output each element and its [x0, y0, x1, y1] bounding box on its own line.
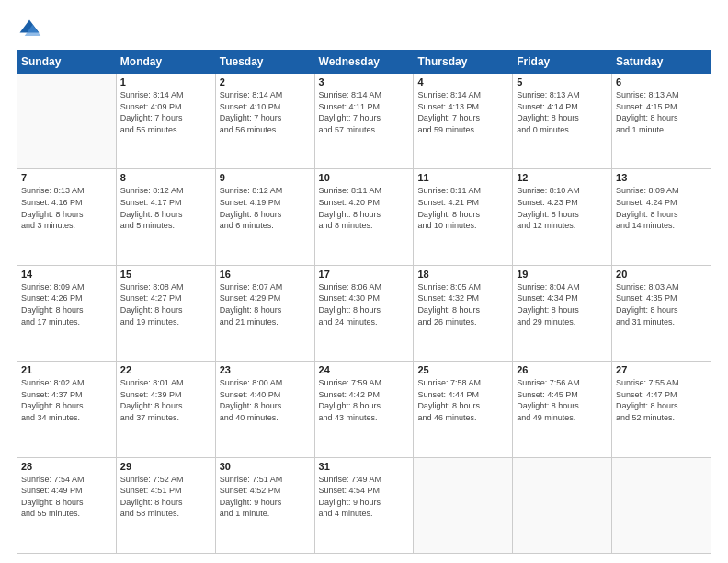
day-number: 6: [616, 76, 707, 87]
day-number: 30: [220, 461, 311, 472]
calendar-cell: 20Sunrise: 8:03 AMSunset: 4:35 PMDayligh…: [612, 265, 711, 361]
day-info: Sunrise: 7:58 AMSunset: 4:44 PMDaylight:…: [417, 377, 508, 423]
day-info: Sunrise: 7:59 AMSunset: 4:42 PMDaylight:…: [319, 377, 410, 423]
day-number: 16: [220, 269, 311, 280]
calendar-cell: 3Sunrise: 8:14 AMSunset: 4:11 PMDaylight…: [314, 74, 414, 169]
day-info: Sunrise: 7:56 AMSunset: 4:45 PMDaylight:…: [517, 377, 608, 423]
day-number: 25: [417, 364, 508, 375]
day-info: Sunrise: 8:07 AMSunset: 4:29 PMDaylight:…: [220, 282, 311, 327]
day-number: 17: [319, 269, 410, 280]
day-info: Sunrise: 8:14 AMSunset: 4:10 PMDaylight:…: [220, 89, 311, 135]
logo-icon: [17, 17, 42, 42]
day-info: Sunrise: 8:09 AMSunset: 4:24 PMDaylight:…: [616, 185, 707, 231]
day-number: 24: [319, 364, 410, 375]
calendar-cell: 17Sunrise: 8:06 AMSunset: 4:30 PMDayligh…: [314, 265, 414, 361]
calendar-cell: 7Sunrise: 8:13 AMSunset: 4:16 PMDaylight…: [17, 169, 117, 265]
day-number: 28: [21, 461, 112, 472]
col-tuesday: Tuesday: [215, 51, 314, 74]
day-info: Sunrise: 7:51 AMSunset: 4:52 PMDaylight:…: [220, 474, 311, 520]
day-info: Sunrise: 8:14 AMSunset: 4:13 PMDaylight:…: [417, 89, 508, 135]
calendar-cell: 29Sunrise: 7:52 AMSunset: 4:51 PMDayligh…: [116, 457, 215, 553]
day-number: 8: [120, 172, 211, 183]
calendar-cell: [17, 74, 117, 169]
calendar-cell: 19Sunrise: 8:04 AMSunset: 4:34 PMDayligh…: [513, 265, 612, 361]
calendar-cell: 26Sunrise: 7:56 AMSunset: 4:45 PMDayligh…: [513, 362, 612, 457]
calendar-cell: 13Sunrise: 8:09 AMSunset: 4:24 PMDayligh…: [612, 169, 711, 265]
day-number: 2: [220, 76, 311, 87]
day-number: 15: [120, 269, 211, 280]
day-number: 10: [319, 172, 410, 183]
day-info: Sunrise: 8:14 AMSunset: 4:11 PMDaylight:…: [319, 89, 410, 135]
calendar-cell: 15Sunrise: 8:08 AMSunset: 4:27 PMDayligh…: [116, 265, 215, 361]
calendar-cell: 5Sunrise: 8:13 AMSunset: 4:14 PMDaylight…: [513, 74, 612, 169]
calendar-cell: 25Sunrise: 7:58 AMSunset: 4:44 PMDayligh…: [414, 362, 513, 457]
day-number: 4: [417, 76, 508, 87]
calendar-cell: 28Sunrise: 7:54 AMSunset: 4:49 PMDayligh…: [17, 457, 117, 553]
day-number: 19: [517, 269, 608, 280]
day-info: Sunrise: 8:13 AMSunset: 4:15 PMDaylight:…: [616, 89, 707, 135]
day-number: 1: [120, 76, 211, 87]
calendar-cell: 16Sunrise: 8:07 AMSunset: 4:29 PMDayligh…: [215, 265, 314, 361]
calendar-cell: 6Sunrise: 8:13 AMSunset: 4:15 PMDaylight…: [612, 74, 711, 169]
day-info: Sunrise: 8:05 AMSunset: 4:32 PMDaylight:…: [417, 282, 508, 327]
day-number: 22: [120, 364, 211, 375]
day-info: Sunrise: 8:06 AMSunset: 4:30 PMDaylight:…: [319, 282, 410, 327]
day-info: Sunrise: 8:09 AMSunset: 4:26 PMDaylight:…: [21, 282, 112, 327]
calendar-cell: 10Sunrise: 8:11 AMSunset: 4:20 PMDayligh…: [314, 169, 414, 265]
day-info: Sunrise: 8:12 AMSunset: 4:19 PMDaylight:…: [220, 185, 311, 231]
col-saturday: Saturday: [612, 51, 711, 74]
calendar-cell: 11Sunrise: 8:11 AMSunset: 4:21 PMDayligh…: [414, 169, 513, 265]
day-number: 29: [120, 461, 211, 472]
day-number: 13: [616, 172, 707, 183]
calendar-header-row: Sunday Monday Tuesday Wednesday Thursday…: [17, 51, 711, 74]
day-number: 27: [616, 364, 707, 375]
calendar-week-row: 21Sunrise: 8:02 AMSunset: 4:37 PMDayligh…: [17, 362, 711, 457]
day-info: Sunrise: 8:11 AMSunset: 4:20 PMDaylight:…: [319, 185, 410, 231]
calendar-week-row: 28Sunrise: 7:54 AMSunset: 4:49 PMDayligh…: [17, 457, 711, 553]
day-info: Sunrise: 8:01 AMSunset: 4:39 PMDaylight:…: [120, 377, 211, 423]
day-number: 18: [417, 269, 508, 280]
day-number: 31: [319, 461, 410, 472]
calendar-cell: 24Sunrise: 7:59 AMSunset: 4:42 PMDayligh…: [314, 362, 414, 457]
day-info: Sunrise: 8:14 AMSunset: 4:09 PMDaylight:…: [120, 89, 211, 135]
day-number: 12: [517, 172, 608, 183]
calendar-cell: 21Sunrise: 8:02 AMSunset: 4:37 PMDayligh…: [17, 362, 117, 457]
day-number: 5: [517, 76, 608, 87]
calendar-cell: 2Sunrise: 8:14 AMSunset: 4:10 PMDaylight…: [215, 74, 314, 169]
day-number: 20: [616, 269, 707, 280]
day-number: 9: [220, 172, 311, 183]
calendar-cell: 1Sunrise: 8:14 AMSunset: 4:09 PMDaylight…: [116, 74, 215, 169]
day-info: Sunrise: 8:00 AMSunset: 4:40 PMDaylight:…: [220, 377, 311, 423]
calendar-cell: 14Sunrise: 8:09 AMSunset: 4:26 PMDayligh…: [17, 265, 117, 361]
header: [17, 17, 711, 42]
calendar-cell: 9Sunrise: 8:12 AMSunset: 4:19 PMDaylight…: [215, 169, 314, 265]
col-wednesday: Wednesday: [314, 51, 414, 74]
col-monday: Monday: [116, 51, 215, 74]
col-sunday: Sunday: [17, 51, 117, 74]
calendar-cell: 31Sunrise: 7:49 AMSunset: 4:54 PMDayligh…: [314, 457, 414, 553]
calendar-cell: 27Sunrise: 7:55 AMSunset: 4:47 PMDayligh…: [612, 362, 711, 457]
calendar-cell: 30Sunrise: 7:51 AMSunset: 4:52 PMDayligh…: [215, 457, 314, 553]
col-thursday: Thursday: [414, 51, 513, 74]
day-info: Sunrise: 8:03 AMSunset: 4:35 PMDaylight:…: [616, 282, 707, 327]
day-number: 3: [319, 76, 410, 87]
day-info: Sunrise: 8:04 AMSunset: 4:34 PMDaylight:…: [517, 282, 608, 327]
day-number: 14: [21, 269, 112, 280]
day-info: Sunrise: 7:49 AMSunset: 4:54 PMDaylight:…: [319, 474, 410, 520]
calendar-table: Sunday Monday Tuesday Wednesday Thursday…: [17, 50, 711, 554]
day-number: 21: [21, 364, 112, 375]
day-info: Sunrise: 7:55 AMSunset: 4:47 PMDaylight:…: [616, 377, 707, 423]
day-number: 7: [21, 172, 112, 183]
day-info: Sunrise: 8:08 AMSunset: 4:27 PMDaylight:…: [120, 282, 211, 327]
day-number: 26: [517, 364, 608, 375]
day-info: Sunrise: 8:11 AMSunset: 4:21 PMDaylight:…: [417, 185, 508, 231]
col-friday: Friday: [513, 51, 612, 74]
day-number: 23: [220, 364, 311, 375]
calendar-cell: [513, 457, 612, 553]
calendar-cell: 8Sunrise: 8:12 AMSunset: 4:17 PMDaylight…: [116, 169, 215, 265]
calendar-cell: 23Sunrise: 8:00 AMSunset: 4:40 PMDayligh…: [215, 362, 314, 457]
day-info: Sunrise: 8:13 AMSunset: 4:14 PMDaylight:…: [517, 89, 608, 135]
calendar-cell: 4Sunrise: 8:14 AMSunset: 4:13 PMDaylight…: [414, 74, 513, 169]
calendar-cell: 18Sunrise: 8:05 AMSunset: 4:32 PMDayligh…: [414, 265, 513, 361]
calendar-week-row: 1Sunrise: 8:14 AMSunset: 4:09 PMDaylight…: [17, 74, 711, 169]
